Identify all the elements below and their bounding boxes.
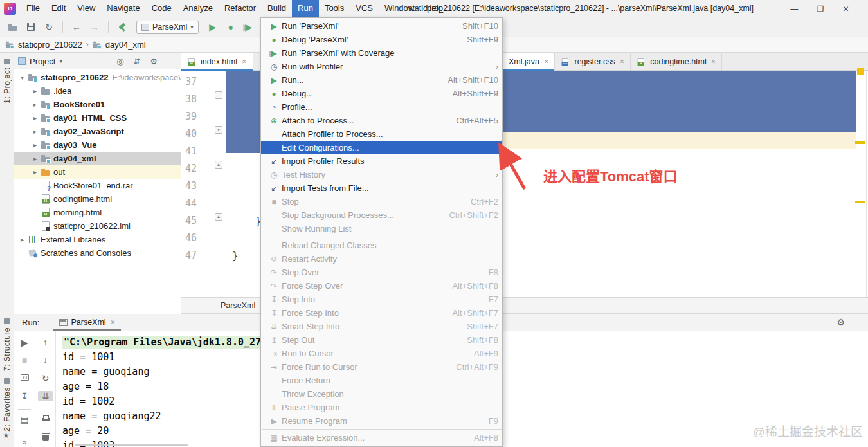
project-tree-item-external-libraries[interactable]: ▸External Libraries	[14, 233, 181, 246]
settings-gear-icon[interactable]: ⚙	[836, 317, 845, 327]
settings-gear-icon[interactable]: ⚙	[147, 57, 160, 66]
menubar-item-build[interactable]: Build	[262, 0, 292, 17]
run-menu-item-edit-configurations[interactable]: Edit Configurations...	[261, 141, 502, 154]
warning-stripe-mark[interactable]	[855, 141, 865, 144]
fold-marker-icon[interactable]: ▴	[215, 213, 222, 221]
down-stack-icon[interactable]: ↓	[35, 355, 55, 365]
run-menu-item-import-profiler-results[interactable]: Import Profiler Results	[261, 154, 502, 168]
project-tree-item-day04-xml[interactable]: ▸day04_xml	[14, 152, 181, 165]
tree-chevron-icon[interactable]: ▸	[17, 236, 28, 243]
footer-breadcrumb[interactable]: ParseXml	[221, 301, 255, 310]
run-menu-item-import-tests-from-file[interactable]: Import Tests from File...	[261, 181, 502, 195]
close-tab-icon[interactable]: ✕	[242, 59, 247, 65]
menubar-item-vcs[interactable]: VCS	[350, 0, 379, 17]
run-menu-item-run[interactable]: Run...Alt+Shift+F10	[261, 73, 502, 87]
scroll-to-end-icon[interactable]: ⇊	[38, 391, 53, 401]
tool-window-button-project[interactable]: 1: Project	[0, 59, 14, 104]
editor-right-tab-xml-java[interactable]: Xml.java✕	[503, 53, 555, 70]
menubar-item-edit[interactable]: Edit	[46, 0, 71, 17]
tree-chevron-icon[interactable]: ▸	[30, 128, 41, 135]
close-tab-icon[interactable]: ✕	[111, 319, 116, 325]
collapse-all-button[interactable]: ⇵	[131, 57, 143, 66]
tree-chevron-icon[interactable]: ▸	[30, 169, 41, 176]
project-tree-item-scratches-and-consoles[interactable]: Scratches and Consoles	[14, 246, 181, 260]
hide-panel-button[interactable]: —	[164, 57, 177, 66]
screenshot-icon[interactable]	[21, 374, 29, 381]
locate-file-button[interactable]: ◎	[114, 57, 127, 66]
minimize-icon[interactable]: —	[790, 5, 798, 14]
project-tree-item-out[interactable]: ▸out	[14, 165, 181, 179]
tree-chevron-icon[interactable]: ▸	[30, 87, 41, 95]
project-tree-item-morning-html[interactable]: morning.html	[14, 206, 181, 219]
run-menu-item-run-with-profiler[interactable]: Run with Profiler›	[261, 60, 502, 73]
run-menu-item-profile[interactable]: Profile...	[261, 100, 502, 114]
soft-wrap-icon[interactable]: ↻	[35, 373, 55, 383]
menubar-item-analyze[interactable]: Analyze	[177, 0, 219, 17]
project-tree-item-bookstore01-end-rar[interactable]: BookStore01_end.rar	[14, 179, 181, 192]
run-menu-item-debug-parsexml[interactable]: Debug 'ParseXml'Shift+F9	[261, 33, 502, 46]
chevron-down-icon[interactable]: ▾	[59, 58, 62, 64]
menubar-item-refactor[interactable]: Refactor	[219, 0, 262, 17]
run-button[interactable]: ▶	[205, 20, 221, 34]
project-tree-item-codingtime-html[interactable]: codingtime.html	[14, 192, 181, 206]
tree-chevron-icon[interactable]: ▸	[30, 101, 41, 108]
up-stack-icon[interactable]: ↑	[35, 337, 55, 347]
tree-chevron-icon[interactable]: ▾	[17, 74, 28, 81]
close-tab-icon[interactable]: ✕	[711, 59, 716, 65]
project-tree-item-bookstore01[interactable]: ▸BookStore01	[14, 98, 181, 111]
hide-panel-button[interactable]: —	[853, 316, 862, 326]
scrollbar-track[interactable]	[866, 71, 867, 297]
rerun-button[interactable]: ▶	[14, 337, 35, 349]
tree-chevron-icon[interactable]: ▸	[30, 155, 41, 162]
stop-button[interactable]: ■	[14, 355, 35, 365]
run-menu-item-run-parsexml[interactable]: Run 'ParseXml'Shift+F10	[261, 19, 502, 33]
run-panel-tab[interactable]: ParseXml ✕	[53, 314, 121, 331]
menubar-item-tools[interactable]: Tools	[319, 0, 350, 17]
project-tree-item-day02-javascript[interactable]: ▸day02_JavaScript	[14, 125, 181, 138]
warning-stripe-mark[interactable]	[855, 201, 865, 203]
project-panel-title[interactable]: Project	[30, 57, 55, 66]
sync-button[interactable]: ↻	[41, 20, 57, 34]
run-menu-item-attach-profiler-to-process[interactable]: Attach Profiler to Process...	[261, 127, 502, 141]
debug-button[interactable]: ●	[223, 20, 239, 34]
build-button[interactable]	[114, 20, 130, 34]
print-icon[interactable]	[42, 415, 50, 423]
breadcrumb-item-staticpro-210622[interactable]: staticpro_210622	[5, 40, 82, 50]
menubar-item-navigate[interactable]: Navigate	[101, 0, 145, 17]
restore-icon[interactable]: ❐	[817, 5, 824, 14]
restore-layout-icon[interactable]: ▤	[14, 414, 35, 424]
project-tree-item-idea[interactable]: ▸.idea	[14, 84, 181, 98]
run-config-select[interactable]: ParseXml ▾	[136, 21, 199, 34]
run-menu-item-debug[interactable]: Debug...Alt+Shift+F9	[261, 87, 502, 100]
editor-right-tab-codingtime-html[interactable]: codingtime.html✕	[631, 53, 722, 70]
menubar-item-file[interactable]: File	[21, 0, 46, 17]
tree-chevron-icon[interactable]: ▸	[30, 141, 41, 149]
close-tab-icon[interactable]: ✕	[544, 59, 549, 65]
warning-marker[interactable]	[857, 68, 864, 75]
clear-console-icon[interactable]	[42, 433, 49, 441]
tool-window-button-structure[interactable]: 7: Structure	[0, 318, 14, 371]
fold-marker-icon[interactable]: ▴	[215, 161, 222, 169]
forward-button[interactable]: →	[87, 20, 102, 34]
editor-right-tab-register-css[interactable]: register.css✕	[555, 53, 631, 70]
project-tree-item-day03-vue[interactable]: ▸day03_Vue	[14, 138, 181, 152]
tree-chevron-icon[interactable]: ▸	[30, 114, 41, 122]
open-folder-button[interactable]	[5, 20, 21, 34]
save-all-button[interactable]	[23, 20, 39, 34]
dump-thread-icon[interactable]: ↧	[14, 391, 35, 401]
breadcrumb-item-day04-xml[interactable]: day04_xml	[93, 40, 146, 50]
close-tab-icon[interactable]: ✕	[620, 59, 625, 65]
menubar-item-view[interactable]: View	[71, 0, 101, 17]
horizontal-scrollbar[interactable]	[75, 444, 188, 446]
menubar-item-code[interactable]: Code	[146, 0, 177, 17]
editor-left-tab-index-html[interactable]: index.html✕	[181, 53, 253, 70]
fold-marker-icon[interactable]: −	[215, 91, 222, 99]
close-icon[interactable]: ✕	[843, 5, 849, 14]
tool-window-button-favorites[interactable]: 2: Favorites	[0, 378, 14, 432]
back-button[interactable]: ←	[69, 20, 84, 34]
run-menu-item-run-parsexml-with-coverage[interactable]: Run 'ParseXml' with Coverage	[261, 46, 502, 60]
star-icon[interactable]: ★	[3, 431, 10, 440]
more-actions-icon[interactable]: »	[14, 438, 35, 447]
project-tree-item-staticpro-210622[interactable]: ▾staticpro_210622E:\ideaworkspace\s	[14, 71, 181, 84]
project-tree-item-staticpro-210622-iml[interactable]: staticpro_210622.iml	[14, 219, 181, 233]
